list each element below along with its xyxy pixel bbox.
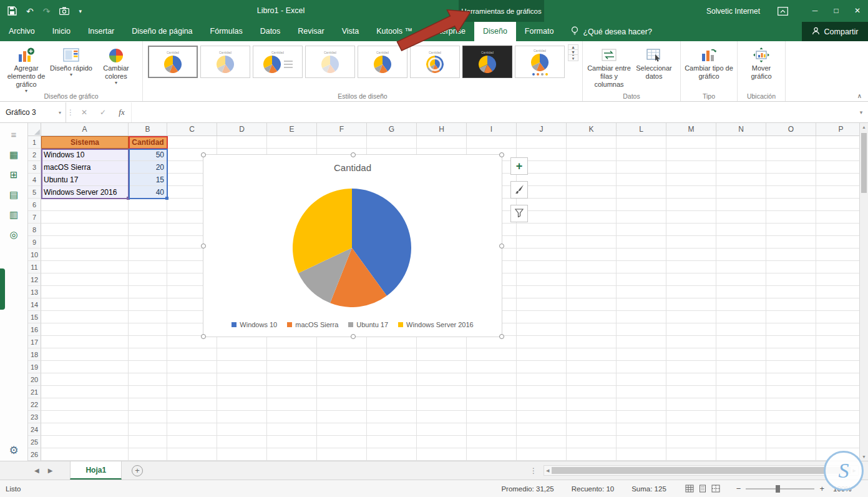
cell-M21[interactable] [666,386,716,398]
zoom-in-icon[interactable]: + [814,484,829,493]
cell-M22[interactable] [666,398,716,411]
cell-C23[interactable] [167,411,217,423]
signed-in-user[interactable]: Solvetic Internet [706,7,760,16]
cell-P2[interactable] [816,149,859,161]
cell-J10[interactable] [517,248,567,261]
cell-O1[interactable] [766,136,816,149]
cell-F17[interactable] [317,336,367,348]
cell-O2[interactable] [766,149,816,161]
cell-B2[interactable]: 50 [129,149,167,161]
cell-H23[interactable] [417,411,467,423]
cell-G21[interactable] [367,386,417,398]
undo-icon[interactable]: ↶ [26,6,34,16]
cell-K8[interactable] [567,224,617,236]
cell-O24[interactable] [766,423,816,436]
vertical-scroll-thumb[interactable] [861,133,867,193]
cell-A21[interactable] [41,386,129,398]
row-header-21[interactable]: 21 [28,386,41,398]
cell-N1[interactable] [716,136,766,149]
cell-J14[interactable] [517,298,567,311]
cell-N8[interactable] [716,224,766,236]
row-header-24[interactable]: 24 [28,423,41,436]
cell-B5[interactable]: 40 [129,186,167,199]
cell-A3[interactable]: macOS Sierra [41,161,129,174]
cell-H22[interactable] [417,398,467,411]
horizontal-scroll-thumb[interactable] [552,467,850,474]
cell-K21[interactable] [567,386,617,398]
cell-C21[interactable] [167,386,217,398]
cell-M23[interactable] [666,411,716,423]
cell-A24[interactable] [41,423,129,436]
cell-L9[interactable] [617,236,666,248]
tab-inicio[interactable]: Inicio [44,22,79,41]
cell-J16[interactable] [517,323,567,336]
cell-K15[interactable] [567,311,617,323]
cell-B20[interactable] [129,373,167,386]
chart-style-thumbnail-5[interactable]: Cantidad [358,46,407,78]
tab-dise-o[interactable]: Diseño [474,22,516,41]
cell-P14[interactable] [816,298,859,311]
cell-P11[interactable] [816,261,859,273]
cell-L14[interactable] [617,298,666,311]
tab-archivo[interactable]: Archivo [0,22,44,41]
cell-N12[interactable] [716,273,766,286]
cell-D26[interactable] [217,448,267,461]
switch-row-column-button[interactable]: Cambiar entre filas y columnas [587,44,631,89]
cell-N24[interactable] [716,423,766,436]
chart-style-thumbnail-7[interactable]: Cantidad [462,46,512,78]
chart-style-thumbnail-1[interactable]: Cantidad [148,46,198,78]
cell-A17[interactable] [41,336,129,348]
cell-P10[interactable] [816,248,859,261]
row-header-1[interactable]: 1 [28,136,41,149]
tab-dise-o-de-p-gina[interactable]: Diseño de página [123,22,201,41]
cell-O14[interactable] [766,298,816,311]
chart-selection-handle[interactable] [351,152,356,157]
column-header-I[interactable]: I [467,123,517,136]
select-data-button[interactable]: Seleccionar datos [631,44,676,81]
cell-J12[interactable] [517,273,567,286]
cell-P12[interactable] [816,273,859,286]
cell-A22[interactable] [41,398,129,411]
cell-K17[interactable] [567,336,617,348]
scroll-left-icon[interactable]: ◀ [544,468,551,473]
cell-N15[interactable] [716,311,766,323]
cell-B17[interactable] [129,336,167,348]
cell-L7[interactable] [617,211,666,224]
cell-B13[interactable] [129,286,167,298]
cell-I18[interactable] [467,348,517,361]
cell-M7[interactable] [666,211,716,224]
cell-M6[interactable] [666,199,716,211]
cell-N10[interactable] [716,248,766,261]
cell-D23[interactable] [217,411,267,423]
expand-formula-bar-icon[interactable]: ▾ [854,109,868,116]
row-header-23[interactable]: 23 [28,411,41,423]
column-header-L[interactable]: L [617,123,666,136]
cell-B15[interactable] [129,311,167,323]
cell-N17[interactable] [716,336,766,348]
cell-B8[interactable] [129,224,167,236]
cell-L22[interactable] [617,398,666,411]
cell-L23[interactable] [617,411,666,423]
maximize-button[interactable]: □ [826,0,847,22]
cell-H25[interactable] [417,436,467,448]
cell-E18[interactable] [267,348,317,361]
cell-O3[interactable] [766,161,816,174]
tab-revisar[interactable]: Revisar [289,22,333,41]
cell-P4[interactable] [816,174,859,186]
chart-selection-handle[interactable] [201,244,206,248]
cell-K20[interactable] [567,373,617,386]
cell-P22[interactable] [816,398,859,411]
cell-P1[interactable] [816,136,859,149]
vertical-scrollbar[interactable]: ▲ ▼ [859,123,868,461]
cell-J18[interactable] [517,348,567,361]
cell-O11[interactable] [766,261,816,273]
qat-customize-icon[interactable]: ▾ [79,8,82,14]
cell-I24[interactable] [467,423,517,436]
cell-M9[interactable] [666,236,716,248]
cell-L19[interactable] [617,361,666,373]
cell-B26[interactable] [129,448,167,461]
cell-G17[interactable] [367,336,417,348]
column-header-C[interactable]: C [167,123,217,136]
cell-F20[interactable] [317,373,367,386]
tab-formato[interactable]: Formato [516,22,563,41]
